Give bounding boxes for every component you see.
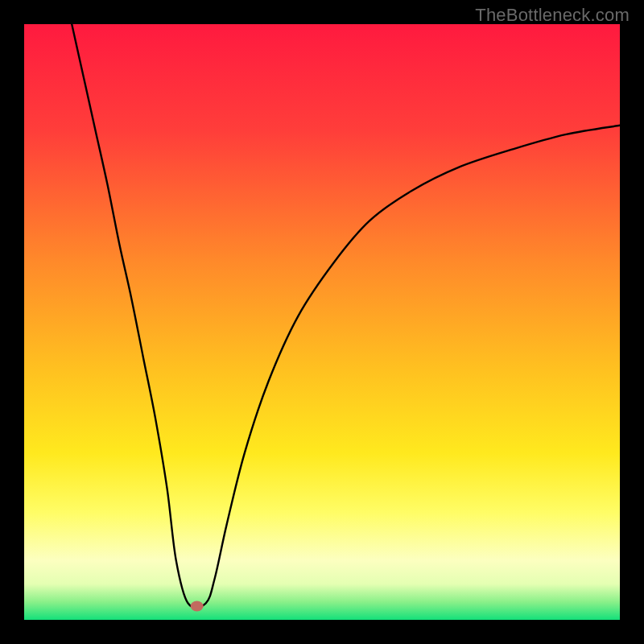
chart-frame: TheBottleneck.com: [0, 0, 644, 644]
chart-svg: [24, 24, 620, 620]
watermark-text: TheBottleneck.com: [475, 5, 630, 26]
gradient-background: [24, 24, 620, 620]
plot-area: [24, 24, 620, 620]
minimum-marker: [191, 601, 204, 611]
